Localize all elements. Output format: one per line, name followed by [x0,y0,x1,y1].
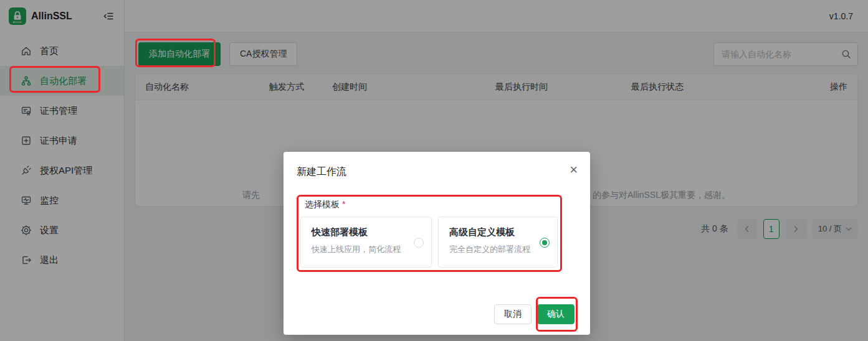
cancel-button[interactable]: 取消 [494,304,532,324]
modal-title: 新建工作流 [297,166,346,179]
template-field-text: 选择模板 [305,199,340,209]
template-title: 快速部署模板 [312,227,406,238]
template-options-row: 快速部署模板 快速上线应用，简化流程 高级自定义模板 完全自定义的部署流程 [300,217,558,268]
template-desc: 快速上线应用，简化流程 [312,244,406,255]
close-icon[interactable]: × [570,163,578,177]
template-field-label: 选择模板* [305,199,345,210]
radio-unchecked-icon[interactable] [414,238,424,248]
template-option-quick[interactable]: 快速部署模板 快速上线应用，简化流程 [300,217,432,268]
required-asterisk: * [342,199,345,209]
modal-footer: 取消 确认 [494,304,575,324]
new-workflow-modal: 新建工作流 × 选择模板* 快速部署模板 快速上线应用，简化流程 高级自定义模板… [284,152,590,335]
template-option-advanced[interactable]: 高级自定义模板 完全自定义的部署流程 [438,217,558,268]
radio-checked-icon[interactable] [540,238,550,248]
template-desc: 完全自定义的部署流程 [449,244,532,255]
template-title: 高级自定义模板 [449,227,532,238]
confirm-button[interactable]: 确认 [537,304,575,324]
app-root: AllinSSL AllinSSL 首页 自动化部署 证书管理 证书申请 [0,0,868,341]
